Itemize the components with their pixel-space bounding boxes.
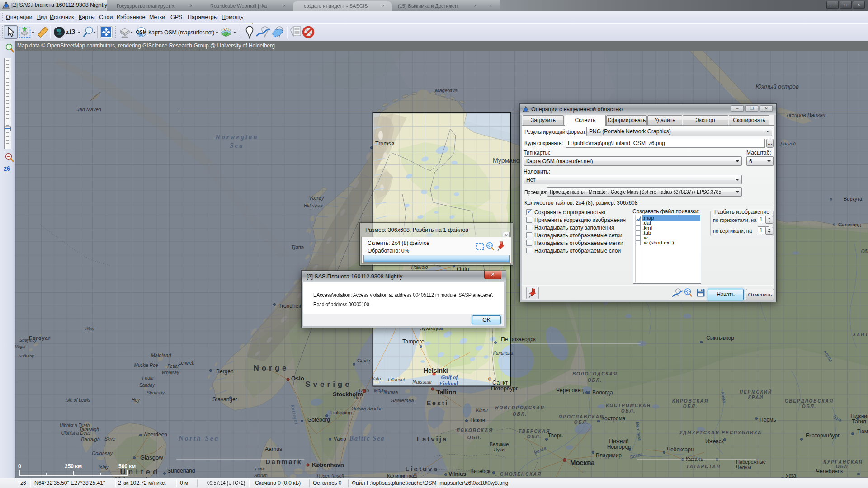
svg-text:Helsinki: Helsinki: [424, 367, 448, 374]
svg-text:250 км: 250 км: [65, 463, 82, 469]
svg-text:Санкт-: Санкт-: [492, 380, 510, 386]
svg-text:Tromsø: Tromsø: [375, 141, 395, 147]
svg-text:500 км: 500 км: [118, 463, 136, 469]
svg-text:Gulf of: Gulf of: [441, 374, 458, 380]
svg-text:Naissaar: Naissaar: [412, 379, 433, 385]
svg-text:Hailuoto: Hailuoto: [411, 265, 428, 270]
svg-text:OSM: OSM: [136, 29, 146, 35]
svg-text:0: 0: [18, 463, 21, 469]
svg-text:Lillandet: Lillandet: [388, 377, 405, 382]
svg-text:Tampere: Tampere: [402, 338, 425, 345]
